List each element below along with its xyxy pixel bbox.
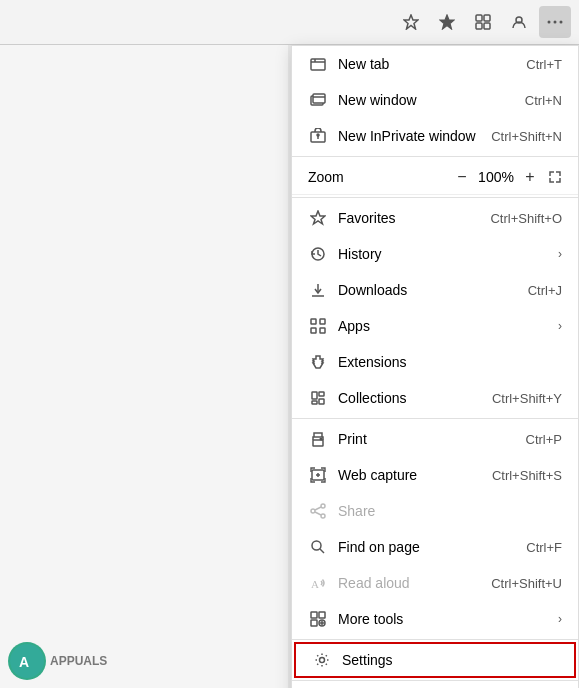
svg-text:A: A xyxy=(19,654,29,670)
menu-item-find[interactable]: Find on page Ctrl+F xyxy=(292,529,578,565)
zoom-minus-button[interactable]: − xyxy=(448,163,476,191)
web-capture-label: Web capture xyxy=(338,467,492,483)
svg-rect-5 xyxy=(476,23,482,29)
collections-button[interactable] xyxy=(467,6,499,38)
favorites-icon xyxy=(308,208,328,228)
reading-list-button[interactable] xyxy=(431,6,463,38)
print-shortcut: Ctrl+P xyxy=(526,432,562,447)
menu-item-print[interactable]: Print Ctrl+P xyxy=(292,421,578,457)
collections-menu-icon xyxy=(308,388,328,408)
svg-point-51 xyxy=(320,658,325,663)
menu-item-help[interactable]: Help and feedback › xyxy=(292,683,578,688)
separator-2 xyxy=(292,197,578,198)
more-menu-button[interactable] xyxy=(539,6,571,38)
menu-item-more-tools[interactable]: More tools › xyxy=(292,601,578,637)
menu-item-extensions[interactable]: Extensions xyxy=(292,344,578,380)
find-icon xyxy=(308,537,328,557)
inprivate-shortcut: Ctrl+Shift+N xyxy=(491,129,562,144)
svg-rect-31 xyxy=(312,401,317,404)
svg-rect-28 xyxy=(312,392,317,399)
svg-rect-25 xyxy=(320,319,325,324)
svg-line-43 xyxy=(320,549,324,553)
menu-item-share[interactable]: Share xyxy=(292,493,578,529)
more-tools-icon xyxy=(308,609,328,629)
menu-item-favorites[interactable]: Favorites Ctrl+Shift+O xyxy=(292,200,578,236)
appuals-watermark: A APPUALS xyxy=(8,642,107,680)
menu-item-collections[interactable]: Collections Ctrl+Shift+Y xyxy=(292,380,578,416)
read-aloud-label: Read aloud xyxy=(338,575,491,591)
profile-button[interactable] xyxy=(503,6,535,38)
zoom-row: Zoom − 100% + xyxy=(292,159,578,195)
more-tools-label: More tools xyxy=(338,611,550,627)
menu-item-new-window[interactable]: New window Ctrl+N xyxy=(292,82,578,118)
menu-item-history[interactable]: History › xyxy=(292,236,578,272)
menu-item-inprivate[interactable]: New InPrivate window Ctrl+Shift+N xyxy=(292,118,578,154)
svg-rect-32 xyxy=(313,440,323,446)
history-arrow: › xyxy=(558,247,562,261)
menu-item-settings[interactable]: Settings xyxy=(294,642,576,678)
browser-toolbar xyxy=(0,0,579,45)
new-tab-icon xyxy=(308,54,328,74)
svg-line-41 xyxy=(315,512,321,515)
svg-rect-47 xyxy=(311,620,317,626)
menu-item-read-aloud[interactable]: A Read aloud Ctrl+Shift+U xyxy=(292,565,578,601)
read-aloud-icon: A xyxy=(308,573,328,593)
new-window-shortcut: Ctrl+N xyxy=(525,93,562,108)
appuals-logo: A xyxy=(8,642,46,680)
svg-rect-30 xyxy=(319,399,324,404)
settings-label: Settings xyxy=(342,652,558,668)
collections-label: Collections xyxy=(338,390,492,406)
menu-item-downloads[interactable]: Downloads Ctrl+J xyxy=(292,272,578,308)
history-label: History xyxy=(338,246,550,262)
svg-point-10 xyxy=(560,21,563,24)
downloads-label: Downloads xyxy=(338,282,528,298)
svg-rect-27 xyxy=(320,328,325,333)
svg-rect-26 xyxy=(311,328,316,333)
collections-shortcut: Ctrl+Shift+Y xyxy=(492,391,562,406)
svg-point-9 xyxy=(554,21,557,24)
extensions-label: Extensions xyxy=(338,354,562,370)
new-window-icon xyxy=(308,90,328,110)
appuals-text: APPUALS xyxy=(50,654,107,668)
menu-item-new-tab[interactable]: New tab Ctrl+T xyxy=(292,46,578,82)
favorites-label: Favorites xyxy=(338,210,490,226)
new-tab-shortcut: Ctrl+T xyxy=(526,57,562,72)
separator-1 xyxy=(292,156,578,157)
svg-rect-11 xyxy=(311,59,325,70)
svg-rect-3 xyxy=(476,15,482,21)
separator-5 xyxy=(292,680,578,681)
svg-point-33 xyxy=(320,438,322,440)
svg-rect-29 xyxy=(319,392,324,396)
zoom-label: Zoom xyxy=(308,169,448,185)
svg-rect-45 xyxy=(311,612,317,618)
svg-rect-4 xyxy=(484,15,490,21)
svg-point-37 xyxy=(321,504,325,508)
print-label: Print xyxy=(338,431,526,447)
zoom-expand-button[interactable] xyxy=(548,170,562,184)
svg-point-38 xyxy=(311,509,315,513)
more-tools-arrow: › xyxy=(558,612,562,626)
svg-marker-0 xyxy=(404,15,418,29)
zoom-plus-button[interactable]: + xyxy=(516,163,544,191)
inprivate-icon xyxy=(308,126,328,146)
extensions-icon xyxy=(308,352,328,372)
favorites-shortcut: Ctrl+Shift+O xyxy=(490,211,562,226)
new-tab-label: New tab xyxy=(338,56,526,72)
svg-rect-6 xyxy=(484,23,490,29)
svg-rect-24 xyxy=(311,319,316,324)
history-icon xyxy=(308,244,328,264)
page-content xyxy=(0,45,288,688)
separator-3 xyxy=(292,418,578,419)
favorites-star-button[interactable] xyxy=(395,6,427,38)
apps-label: Apps xyxy=(338,318,550,334)
settings-icon xyxy=(312,650,332,670)
svg-point-39 xyxy=(321,514,325,518)
downloads-shortcut: Ctrl+J xyxy=(528,283,562,298)
menu-item-web-capture[interactable]: Web capture Ctrl+Shift+S xyxy=(292,457,578,493)
read-aloud-shortcut: Ctrl+Shift+U xyxy=(491,576,562,591)
menu-item-apps[interactable]: Apps › xyxy=(292,308,578,344)
apps-arrow: › xyxy=(558,319,562,333)
svg-rect-15 xyxy=(313,94,325,103)
share-icon xyxy=(308,501,328,521)
find-shortcut: Ctrl+F xyxy=(526,540,562,555)
